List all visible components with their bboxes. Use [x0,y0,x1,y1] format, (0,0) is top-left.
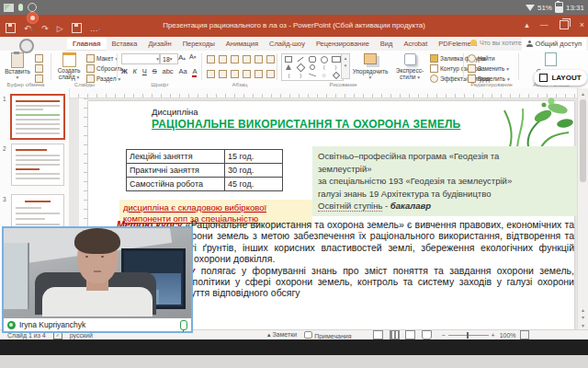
increase-indent-icon[interactable] [243,55,251,63]
font-format-buttons: Ж К Ч S abc Аа А [121,67,200,77]
tab-acrobat[interactable]: Acrobat [398,37,433,51]
slide-title[interactable]: РАЦІОНАЛЬНЕ ВИКОРИСТАННЯ ТА ОХОРОНА ЗЕМЕ… [152,118,501,131]
tab-transitions[interactable]: Переходы [177,37,220,51]
bullets-icon[interactable] [207,55,215,63]
slide-thumbnail-2[interactable] [11,144,64,186]
decrease-indent-icon[interactable] [231,55,239,63]
webcam-overlay[interactable]: Iryna Kupriyanchyk [2,226,193,333]
strikethrough-button[interactable]: S [153,67,157,75]
text-direction-icon[interactable] [266,55,275,63]
table-row: Самостійна робота 45 год. [127,178,283,191]
comments-button[interactable]: Примечания [304,331,351,339]
slide-sorter-view-button[interactable] [390,330,400,339]
vertical-scrollbar[interactable]: ▴ ▴ ▾ ▾ [578,88,588,329]
zoom-slider[interactable] [448,335,489,336]
redo-button[interactable]: ↷ [41,24,49,33]
window-in-video [4,243,29,309]
undo-button[interactable]: ↶▾ [24,24,33,33]
change-case-button[interactable]: Аа [178,67,187,75]
tab-insert[interactable]: Вставка [107,37,143,51]
save-button[interactable] [6,23,16,33]
slideshow-view-button[interactable] [422,330,432,339]
ribbon-display-options-button[interactable]: ▴ [525,20,529,29]
underline-button[interactable]: Ч [142,67,147,75]
numbering-icon[interactable] [219,55,227,63]
zoom-out-button[interactable]: − [441,332,445,339]
group-drawing: () {}☆ ▴▾ Упорядочить ▾ Экспресс- стили … [277,51,464,88]
notes-button[interactable]: ▴ Заметки [267,331,297,339]
italic-button[interactable]: К [133,67,137,75]
bold-button[interactable]: Ж [121,67,128,75]
powerpoint-title-bar: ↶▾ ↷ ▷ …▾ Презентация рационального в ла… [0,15,588,37]
slide-kicker[interactable]: Дисципліна [152,107,198,117]
android-status-bar: 51% 13:31 [0,0,588,15]
shrink-font-button[interactable]: А▾ [189,53,196,60]
android-nav-bar[interactable] [0,339,588,355]
zoom-slider-thumb[interactable] [467,332,469,339]
character-spacing-button[interactable]: abc [162,67,173,75]
clock: 13:31 [566,4,584,12]
grow-font-button[interactable]: А▴ [178,53,186,62]
minimize-button[interactable]: — [540,20,548,29]
screenshot-icon [4,4,14,12]
line-spacing-icon[interactable] [254,55,263,63]
floating-overlay-bubble[interactable] [19,39,34,53]
zoom-level[interactable]: 100% [500,332,516,339]
new-slide-icon [62,52,76,67]
customize-qat-button[interactable]: …▾ [90,24,101,33]
tab-review[interactable]: Рецензирование [311,37,375,51]
justify-icon[interactable] [243,70,251,78]
shapes-gallery-scrollbar[interactable]: ▴▾ [341,53,350,79]
find-button[interactable]: Найти [468,54,495,63]
tab-design[interactable]: Дизайн [142,37,176,51]
arrange-icon [364,53,377,64]
quick-styles-button[interactable]: Экспресс- стили ▾ [391,53,428,80]
columns-icon[interactable] [254,70,263,78]
font-size-combobox[interactable]: 18▾ [160,53,178,64]
program-info-box[interactable]: Освітньо–професійна програма «Геодезія т… [312,146,577,216]
start-slideshow-button[interactable]: ▷ [57,24,63,33]
align-right-icon[interactable] [231,70,239,78]
tab-animations[interactable]: Анимация [220,37,264,51]
screen-share-record-bubble[interactable] [27,12,39,24]
align-left-icon[interactable] [207,70,215,78]
thumbnail-number: 3 [3,196,6,202]
ribbon: Вставить▾ Буфер обмена Создать слайд ▾ М… [0,51,588,89]
prev-slide-icon[interactable]: ▴ [578,306,588,313]
mic-icon[interactable] [180,320,187,330]
scroll-up-icon[interactable]: ▴ [578,88,588,97]
reading-view-button[interactable] [405,330,415,339]
next-slide-icon[interactable]: ▾ [578,314,588,320]
window-title: Презентация рационального в ла оз - Powe… [110,21,478,29]
smartart-convert-icon[interactable] [266,70,275,78]
copy-icon[interactable] [35,64,43,73]
fit-to-window-icon[interactable] [520,330,529,339]
tab-home[interactable]: Главная [67,37,107,51]
preview-button[interactable] [72,23,82,33]
share-button[interactable]: Общий доступ [522,37,586,51]
tab-slideshow[interactable]: Слайд-шоу [264,37,311,51]
align-center-icon[interactable] [219,70,227,78]
font-name-combobox[interactable]: ▾ [121,53,160,64]
tab-view[interactable]: Вид [375,37,399,51]
hours-table[interactable]: Лекційні заняття 15 год. Практичні занят… [126,149,283,191]
layout-button[interactable]: Макет▾ [86,54,118,63]
restore-button[interactable] [560,20,569,29]
new-slide-button[interactable]: Создать слайд ▾ [53,52,85,80]
cut-icon[interactable] [35,54,43,63]
zoom-in-button[interactable]: + [492,332,495,339]
scroll-down-icon[interactable]: ▾ [578,322,588,328]
layout-toggle-pill[interactable]: LAYOUT [534,70,587,86]
shapes-gallery[interactable]: () {}☆ [281,53,344,81]
scrollbar-thumb[interactable] [580,99,586,182]
group-font: ▾ 18▾ А▴ А▾ Ж К Ч S abc Аа А Шрифт [118,51,202,88]
arrange-button[interactable]: Упорядочить ▾ [351,53,390,80]
close-button[interactable]: × [580,20,584,29]
thumbnail-number: 1 [3,96,6,102]
normal-view-button[interactable] [373,330,383,339]
replace-button[interactable]: Заменить▾ [468,64,509,73]
slide-thumbnail-1[interactable] [10,94,65,140]
bottom-strip [0,355,588,368]
paste-button[interactable]: Вставить▾ [4,52,31,80]
font-color-button[interactable]: А [192,67,197,77]
